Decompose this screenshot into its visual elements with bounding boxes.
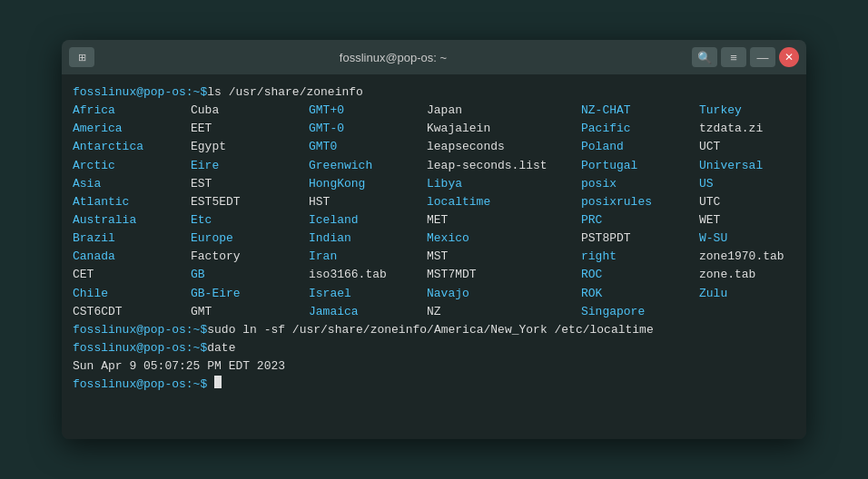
zoneinfo-listing: Africa America Antarctica Arctic Asia At… (73, 102, 795, 321)
list-item: Cuba (191, 102, 301, 120)
list-item: PRC (581, 211, 692, 230)
list-item: zone.tab (699, 266, 788, 284)
list-item: Chile (73, 285, 183, 303)
close-button[interactable]: ✕ (779, 47, 799, 67)
list-item: GMT (191, 303, 301, 321)
prompt-4: fosslinux@pop-os:~$ (73, 376, 207, 394)
list-item: EET (191, 120, 301, 138)
list-item: posixrules (581, 193, 692, 211)
list-item: HongKong (309, 175, 419, 193)
search-button[interactable]: 🔍 (692, 47, 717, 67)
window-title: fosslinux@pop-os: ~ (94, 51, 692, 64)
list-item: posix (581, 175, 692, 193)
list-item: ROK (581, 285, 692, 303)
list-item: UTC (699, 193, 788, 211)
list-item: PST8PDT (581, 230, 692, 248)
list-item: ROC (581, 266, 692, 284)
list-item: leap-seconds.list (427, 157, 574, 175)
list-item: iso3166.tab (309, 266, 419, 284)
list-item: Indian (309, 230, 419, 248)
list-item: Poland (581, 138, 692, 156)
list-item: right (581, 248, 692, 266)
list-item: Iceland (309, 211, 419, 230)
command-line-2: fosslinux@pop-os:~$ sudo ln -sf /usr/sha… (73, 321, 795, 339)
col-4: Japan Kwajalein leapseconds leap-seconds… (427, 102, 581, 321)
prompt-2: fosslinux@pop-os:~$ (73, 321, 207, 339)
list-item: Greenwich (309, 157, 419, 175)
list-item: Kwajalein (427, 120, 574, 138)
col-2: Cuba EET Egypt Eire EST EST5EDT Etc Euro… (191, 102, 309, 321)
list-item: GMT-0 (309, 120, 419, 138)
list-item: GMT0 (309, 138, 419, 156)
list-item: NZ (427, 303, 574, 321)
list-item: Antarctica (73, 138, 183, 156)
col-1: Africa America Antarctica Arctic Asia At… (73, 102, 191, 321)
list-item: Eire (191, 157, 301, 175)
list-item: GMT+0 (309, 102, 419, 120)
list-item: WET (699, 211, 788, 230)
list-item: Mexico (427, 230, 574, 248)
prompt-1: fosslinux@pop-os:~$ (73, 83, 207, 102)
list-item: Navajo (427, 285, 574, 303)
list-item: MET (427, 211, 574, 230)
list-item: Jamaica (309, 303, 419, 321)
list-item: Brazil (73, 230, 183, 248)
list-item: Australia (73, 211, 183, 230)
date-output: Sun Apr 9 05:07:25 PM EDT 2023 (73, 357, 795, 376)
list-item: HST (309, 193, 419, 211)
cmd-3: date (207, 339, 235, 357)
list-item: Japan (427, 102, 574, 120)
list-item: Canada (73, 248, 183, 266)
list-item: Turkey (699, 102, 788, 120)
list-item: Iran (309, 248, 419, 266)
terminal-window: ⊞ fosslinux@pop-os: ~ 🔍 ≡ — ✕ fosslinux@… (62, 40, 806, 439)
cmd-2: sudo ln -sf /usr/share/zoneinfo/America/… (207, 321, 653, 339)
tile-button[interactable]: ⊞ (69, 47, 94, 67)
prompt-3: fosslinux@pop-os:~$ (73, 339, 207, 357)
list-item: America (73, 120, 183, 138)
list-item: Etc (191, 211, 301, 230)
list-item: MST (427, 248, 574, 266)
list-item: Asia (73, 175, 183, 193)
col-3: GMT+0 GMT-0 GMT0 Greenwich HongKong HST … (309, 102, 427, 321)
close-icon: ✕ (784, 51, 794, 64)
list-item: EST5EDT (191, 193, 301, 211)
list-item: localtime (427, 193, 574, 211)
list-item: leapseconds (427, 138, 574, 156)
command-line-3: fosslinux@pop-os:~$ date (73, 339, 795, 357)
list-item: GB (191, 266, 301, 284)
list-item: NZ-CHAT (581, 102, 692, 120)
list-item: US (699, 175, 788, 193)
list-item: CET (73, 266, 183, 284)
minimize-icon: — (757, 51, 769, 64)
terminal-body[interactable]: fosslinux@pop-os:~$ ls /usr/share/zonein… (62, 74, 806, 439)
minimize-button[interactable]: — (750, 47, 775, 67)
list-item: Europe (191, 230, 301, 248)
list-item: Israel (309, 285, 419, 303)
titlebar-controls: 🔍 ≡ — ✕ (692, 47, 799, 67)
list-item: Factory (191, 248, 301, 266)
titlebar-left: ⊞ (69, 47, 94, 67)
list-item: Atlantic (73, 193, 183, 211)
list-item: Libya (427, 175, 574, 193)
col-6: Turkey tzdata.zi UCT Universal US UTC WE… (699, 102, 795, 321)
list-item: Arctic (73, 157, 183, 175)
list-item: W-SU (699, 230, 788, 248)
titlebar: ⊞ fosslinux@pop-os: ~ 🔍 ≡ — ✕ (62, 40, 806, 74)
menu-button[interactable]: ≡ (721, 47, 746, 67)
menu-icon: ≡ (730, 51, 737, 64)
list-item: Portugal (581, 157, 692, 175)
list-item: MST7MDT (427, 266, 574, 284)
list-item: zone1970.tab (699, 248, 788, 266)
list-item: tzdata.zi (699, 120, 788, 138)
list-item: Pacific (581, 120, 692, 138)
cmd-1: ls /usr/share/zoneinfo (207, 83, 363, 102)
list-item: Zulu (699, 285, 788, 303)
col-5: NZ-CHAT Pacific Poland Portugal posix po… (581, 102, 699, 321)
cursor-space (207, 376, 214, 394)
cursor (214, 376, 222, 388)
command-line-1: fosslinux@pop-os:~$ ls /usr/share/zonein… (73, 83, 795, 102)
command-line-4: fosslinux@pop-os:~$ (73, 376, 795, 394)
list-item: UCT (699, 138, 788, 156)
list-item: CST6CDT (73, 303, 183, 321)
